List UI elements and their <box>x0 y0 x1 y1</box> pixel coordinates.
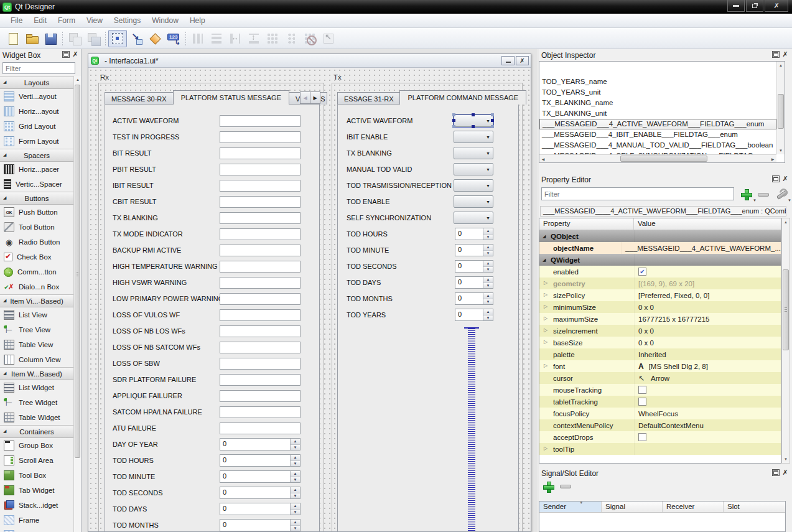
line-edit[interactable] <box>220 358 300 370</box>
property-row[interactable]: sizePolicy [Preferred, Fixed, 0, 0] <box>539 289 781 301</box>
inspector-item[interactable]: TOD_YEARS_unit <box>539 87 776 98</box>
property-row[interactable]: baseSize 0 x 0 <box>539 337 781 348</box>
tab-scroll-left-icon[interactable]: ◀ <box>300 91 310 104</box>
widgetbox-entry[interactable]: List View <box>0 307 73 322</box>
property-row[interactable]: objectName ___MESSAGEID___4_ACTIVE_WAVEF… <box>539 242 781 254</box>
widgetbox-entry[interactable]: Widget <box>0 528 73 532</box>
scroll-right-icon[interactable] <box>769 155 776 162</box>
widgetbox-entry[interactable]: Item Vi...-Based) <box>0 294 73 307</box>
widgetbox-entry[interactable]: Comm...tton <box>0 264 73 279</box>
tab[interactable]: MESSAGE 30-RX <box>105 92 174 105</box>
spin-arrows-icon[interactable] <box>290 503 300 515</box>
spin-box[interactable]: 0 <box>455 292 493 305</box>
property-editor-scrollbar[interactable] <box>781 218 790 464</box>
line-edit[interactable] <box>220 164 300 175</box>
property-value-cell[interactable]: DefaultContextMenu <box>634 419 781 431</box>
scroll-down-icon[interactable] <box>782 455 790 463</box>
line-edit[interactable] <box>220 325 300 337</box>
combo-box[interactable] <box>454 114 493 127</box>
layout-grid-button[interactable] <box>263 30 282 47</box>
property-value-cell[interactable]: 0 x 0 <box>634 301 781 313</box>
line-edit[interactable] <box>220 245 300 256</box>
scroll-up-icon[interactable] <box>782 218 790 226</box>
widgetbox-entry[interactable]: Stack...idget <box>0 498 73 513</box>
property-column-header[interactable]: Property <box>539 218 634 230</box>
widgetbox-entry[interactable]: Tool Box <box>0 468 73 483</box>
column-header[interactable]: Signal <box>602 502 663 512</box>
spin-arrows-icon[interactable] <box>290 471 300 482</box>
property-value-cell[interactable]: 0 x 0 <box>634 325 781 337</box>
tab-scroll-right-icon[interactable]: ▶ <box>310 91 320 104</box>
edit-buddies-button[interactable] <box>146 30 164 47</box>
widgetbox-entry[interactable]: Buttons <box>0 192 73 205</box>
property-filter-input[interactable] <box>541 187 734 200</box>
combo-box[interactable] <box>454 163 493 175</box>
inspector-item[interactable]: ___MESSAGEID___4_MANUAL_TOD_VALID___FIEL… <box>539 140 776 151</box>
line-edit[interactable] <box>220 293 300 305</box>
widgetbox-entry[interactable]: Grid Layout <box>0 119 73 134</box>
spin-arrows-icon[interactable] <box>290 487 300 498</box>
widgetbox-entry[interactable]: Group Box <box>0 438 73 453</box>
widgetbox-entry[interactable]: Item W...Based) <box>0 367 73 380</box>
widgetbox-entry[interactable]: Table View <box>0 337 73 352</box>
form-close-button[interactable]: ✗ <box>516 56 529 65</box>
new-form-button[interactable] <box>4 30 22 47</box>
property-value-cell[interactable]: 0 x 0 <box>634 337 781 348</box>
property-value-cell[interactable]: [(169, 9), 69 x 20] <box>634 278 781 289</box>
form-minimize-button[interactable] <box>501 56 515 65</box>
property-value-cell[interactable]: Inherited <box>634 348 781 360</box>
property-row[interactable]: QWidget <box>539 254 781 266</box>
close-button[interactable]: ✗ <box>765 0 788 12</box>
property-value-cell[interactable] <box>634 431 781 443</box>
widgetbox-entry[interactable]: Layouts <box>0 76 73 89</box>
line-edit[interactable] <box>220 131 300 143</box>
remove-connection-button[interactable] <box>560 485 571 488</box>
layout-vertical-button[interactable] <box>207 30 226 47</box>
widgetbox-entry[interactable]: Frame <box>0 513 73 528</box>
float-dock-button[interactable] <box>772 469 780 476</box>
combo-box[interactable] <box>454 147 493 159</box>
tab[interactable]: PLATFORM STATUS MESSAGE <box>173 90 289 105</box>
minimize-button[interactable] <box>727 0 745 12</box>
layout-horizontal-splitter-button[interactable] <box>226 30 245 47</box>
cascade-windows-button[interactable] <box>65 30 84 47</box>
widgetbox-entry[interactable]: Tree Widget <box>0 395 73 410</box>
restore-button[interactable] <box>746 0 763 12</box>
float-dock-button[interactable] <box>62 51 70 58</box>
add-dynamic-property-button[interactable] <box>740 189 752 200</box>
vertical-spacer[interactable] <box>464 327 479 531</box>
menu-item[interactable]: Form <box>52 15 81 26</box>
property-value-cell[interactable] <box>634 384 781 396</box>
property-row[interactable]: QObject <box>539 230 781 242</box>
widgetbox-entry[interactable]: Spacers <box>0 149 73 162</box>
widgetbox-entry[interactable]: Horiz...ayout <box>0 104 73 119</box>
edit-signals-slots-button[interactable] <box>127 30 146 47</box>
property-value-cell[interactable] <box>634 254 781 266</box>
property-row[interactable]: focusPolicy WheelFocus <box>539 408 781 419</box>
widgetbox-entry[interactable]: Tree View <box>0 322 73 337</box>
combo-box[interactable] <box>454 179 493 192</box>
tab[interactable]: ESSAGE 31-RX <box>337 92 400 105</box>
spin-arrows-icon[interactable] <box>483 293 493 304</box>
save-form-button[interactable] <box>41 30 60 47</box>
scroll-left-icon[interactable] <box>539 155 547 162</box>
property-value-cell[interactable] <box>634 396 781 408</box>
close-dock-button[interactable]: ✗ <box>72 51 79 58</box>
scrollbar-thumb[interactable] <box>783 269 789 350</box>
property-value-cell[interactable]: Arrow <box>634 372 781 384</box>
menu-item[interactable]: Settings <box>108 15 146 26</box>
widgetbox-entry[interactable]: Horiz...pacer <box>0 162 73 177</box>
float-dock-button[interactable] <box>772 175 780 182</box>
combo-box[interactable] <box>454 212 493 224</box>
line-edit[interactable] <box>220 180 300 192</box>
line-edit[interactable] <box>220 342 300 353</box>
layout-form-button[interactable] <box>282 30 300 47</box>
scroll-up-icon[interactable] <box>74 76 82 83</box>
spin-box[interactable]: 0 <box>455 309 493 321</box>
column-header[interactable]: Receiver <box>663 502 724 512</box>
checkbox[interactable] <box>638 386 646 394</box>
widgetbox-entry[interactable]: List Widget <box>0 380 73 395</box>
break-layout-button[interactable] <box>300 30 319 47</box>
widgetbox-entry[interactable]: Table Widget <box>0 410 73 425</box>
spin-box[interactable]: 0 <box>455 228 493 240</box>
